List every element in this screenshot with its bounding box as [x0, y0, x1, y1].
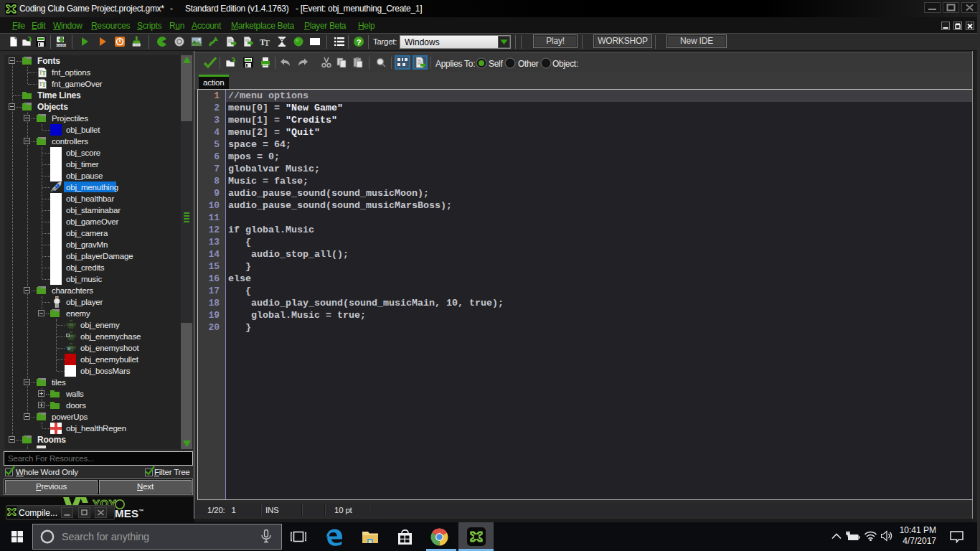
svg-text:T: T: [42, 70, 47, 77]
svg-text:T: T: [264, 38, 270, 47]
svg-text:T: T: [42, 82, 47, 88]
svg-text:IOIOI: IOIOI: [56, 43, 66, 47]
svg-text:?: ?: [357, 38, 362, 47]
